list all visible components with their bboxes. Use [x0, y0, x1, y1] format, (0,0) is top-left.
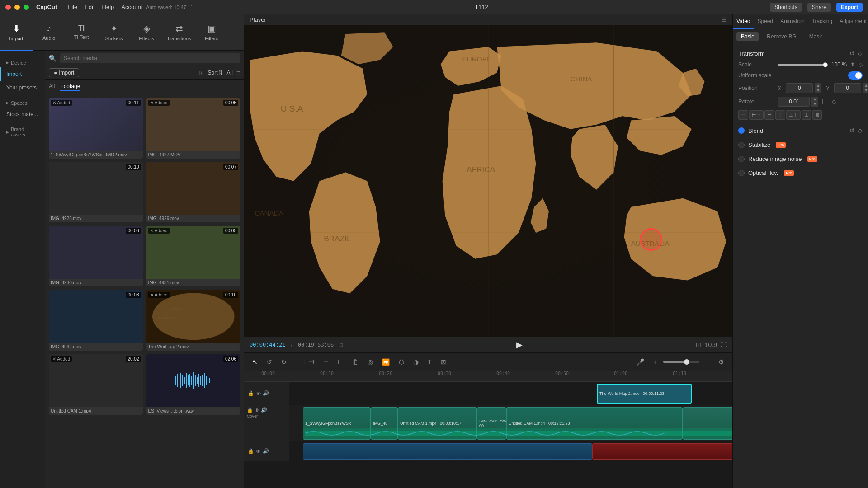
filter-button[interactable]: ≡ — [236, 69, 240, 76]
fullscreen-button[interactable]: ⛶ — [721, 341, 727, 348]
track-eye-button[interactable]: 👁 — [255, 407, 259, 413]
media-tab-all[interactable]: All — [49, 82, 55, 91]
media-item[interactable]: ✕ Added 20:02 Untitled CAM 1.mp4 — [49, 354, 143, 415]
minimize-btn[interactable] — [14, 5, 20, 10]
subtab-basic[interactable]: Basic — [736, 32, 759, 41]
align-top[interactable]: ⊤ — [775, 110, 785, 120]
share-button[interactable]: Share — [807, 3, 831, 12]
zoom-out-timeline[interactable]: − — [703, 357, 712, 366]
align-right[interactable]: ⊢ — [764, 110, 774, 120]
media-item[interactable]: 00:07 IMG_4929.mov — [146, 162, 241, 223]
close-btn[interactable] — [5, 5, 11, 10]
mask-tool[interactable]: ⬡ — [396, 357, 407, 366]
maximize-btn[interactable] — [24, 5, 29, 10]
audio-button[interactable]: 🎤 — [634, 357, 647, 366]
media-item[interactable]: 00:06 IMG_4930.mov — [49, 226, 143, 286]
x-increment[interactable]: ▲ — [815, 83, 821, 88]
x-input[interactable] — [786, 83, 813, 93]
sidebar-item-presets[interactable]: Your presets — [0, 81, 45, 94]
track-lock-button[interactable]: 🔒 — [248, 448, 254, 454]
optical-flow-checkbox[interactable] — [738, 170, 745, 176]
x-decrement[interactable]: ▼ — [815, 88, 821, 93]
cursor-tool[interactable]: ↖ — [250, 357, 260, 366]
fit-to-screen-button[interactable]: ⊡ — [696, 341, 701, 348]
stabilize-tool[interactable]: ◎ — [365, 357, 376, 366]
subtab-remove-bg[interactable]: Remove BG — [762, 32, 801, 41]
export-button[interactable]: Export — [836, 3, 863, 12]
right-tab-adjustment[interactable]: Adjustment — [836, 14, 868, 29]
align-bottom[interactable]: ⊥ — [802, 110, 811, 120]
tab-stickers[interactable]: ✦ Stickers — [98, 14, 130, 51]
zoom-in-timeline[interactable]: + — [651, 357, 660, 366]
fit-frame[interactable]: ⊠ — [812, 110, 822, 120]
text-tool[interactable]: T — [425, 357, 434, 366]
trim-in-tool[interactable]: ⊣ — [321, 357, 331, 366]
track-audio-button[interactable]: 🔊 — [263, 448, 269, 454]
right-tab-video[interactable]: Video — [733, 14, 754, 29]
rotate-input[interactable] — [778, 97, 810, 107]
tab-audio[interactable]: ♪ Audio — [33, 14, 65, 51]
align-center-h[interactable]: ⊢⊣ — [749, 110, 764, 120]
undo-button[interactable]: ↺ — [264, 357, 275, 366]
y-increment[interactable]: ▲ — [863, 83, 868, 88]
tab-effects[interactable]: ◈ Effects — [130, 14, 163, 51]
scale-expand-button[interactable]: ◇ — [859, 61, 863, 68]
sidebar-item-stock[interactable]: Stock mate... — [0, 108, 45, 121]
track-more-button[interactable]: ⋯ — [271, 390, 276, 396]
crop-tool[interactable]: ⊠ — [438, 357, 449, 366]
track-lock-button[interactable]: 🔒 — [248, 390, 254, 396]
media-tab-footage[interactable]: Footage — [60, 82, 80, 91]
tab-filters[interactable]: ▣ Filters — [195, 14, 228, 51]
color-tool[interactable]: ◑ — [410, 357, 421, 366]
audio-clip-red[interactable] — [592, 443, 732, 460]
stabilize-checkbox[interactable] — [738, 142, 745, 148]
media-item[interactable]: ✕ Added 00:05 IMG_4931.mov — [146, 226, 241, 286]
timeline-settings[interactable]: ⚙ — [716, 357, 727, 366]
right-tab-animation[interactable]: Animation — [777, 14, 808, 29]
transform-keyframe-button[interactable]: ◇ — [858, 50, 863, 57]
sidebar-item-import[interactable]: Import — [0, 67, 45, 81]
uniform-scale-toggle[interactable] — [848, 71, 863, 80]
split-tool[interactable]: ⊢⊣ — [301, 357, 317, 366]
redo-button[interactable]: ↻ — [278, 357, 289, 366]
flip-h-button[interactable]: ⊢ — [822, 98, 828, 106]
grid-view-button[interactable]: ⊞ — [198, 69, 204, 76]
audio-clip[interactable] — [303, 443, 592, 460]
delete-tool[interactable]: 🗑 — [349, 357, 361, 366]
reduce-noise-checkbox[interactable] — [738, 156, 745, 162]
search-input[interactable] — [60, 53, 240, 63]
trim-out-tool[interactable]: ⊢ — [335, 357, 346, 366]
menu-help[interactable]: Help — [102, 4, 114, 10]
broll-clip[interactable]: The World Map 2.mov 00:00:11:23 — [597, 384, 692, 404]
y-input[interactable] — [834, 83, 861, 93]
media-item[interactable]: AFRICA S.AMERICA ✕ Added 00:10 The Worl.… — [146, 290, 241, 351]
rotate-decrement[interactable]: ▼ — [811, 102, 818, 107]
shortcuts-button[interactable]: Shortcuts — [770, 3, 802, 12]
blend-checkbox[interactable] — [738, 127, 745, 134]
scale-keyframe-button[interactable]: ⬆ — [850, 61, 855, 68]
align-left[interactable]: ⊣ — [738, 110, 748, 120]
transform-reset-button[interactable]: ↺ — [849, 50, 855, 57]
track-eye-button[interactable]: 👁 — [256, 391, 261, 396]
media-item[interactable]: 02:06 ES_Views_...biom.wav — [146, 354, 241, 415]
menu-file[interactable]: File — [68, 4, 77, 10]
menu-account[interactable]: Account — [121, 4, 142, 10]
tab-import[interactable]: ⬇ Import — [0, 14, 33, 51]
media-item[interactable]: ▶ ✕ Added 00:11 1_SWwyIGFpcnBsYWSic...fM… — [49, 98, 143, 159]
right-tab-speed[interactable]: Speed — [754, 14, 777, 29]
rotate-increment[interactable]: ▲ — [811, 97, 818, 102]
tab-transitions[interactable]: ⇄ Transitions — [163, 14, 195, 51]
align-center-v[interactable]: ⊥⊤ — [786, 110, 801, 120]
track-eye-button[interactable]: 👁 — [256, 449, 261, 454]
media-item[interactable]: 00:10 IMG_4928.mov — [49, 162, 143, 223]
track-audio-button[interactable]: 🔊 — [261, 407, 267, 413]
media-item[interactable]: 00:08 IMG_4932.mov — [49, 290, 143, 351]
all-filter-button[interactable]: All — [226, 70, 232, 76]
scale-slider[interactable] — [778, 64, 825, 66]
y-decrement[interactable]: ▼ — [863, 88, 868, 93]
rotate-keyframe-button[interactable]: ◇ — [832, 99, 836, 105]
right-tab-tracking[interactable]: Tracking — [808, 14, 836, 29]
track-lock-button[interactable]: 🔒 — [247, 407, 253, 413]
tab-text[interactable]: TI TI Text — [65, 14, 98, 51]
blend-keyframe-button[interactable]: ◇ — [858, 127, 863, 134]
